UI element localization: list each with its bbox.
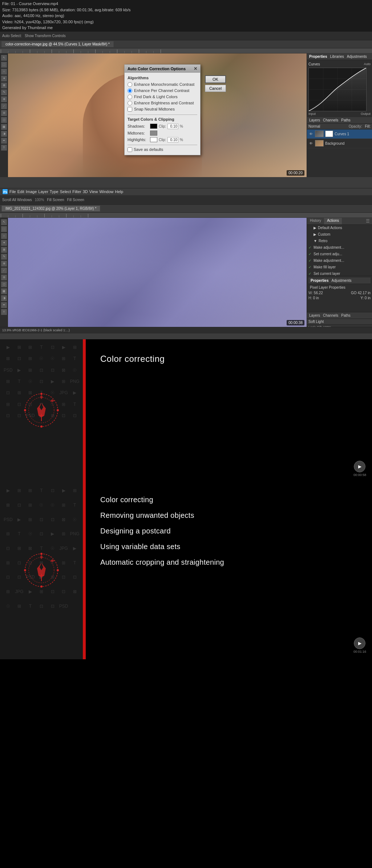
menu-image[interactable]: Image <box>26 189 37 194</box>
adjustments-tab[interactable]: Adjustments <box>347 55 367 59</box>
algorithm-dark-light[interactable]: Find Dark & Light Colors <box>128 95 197 99</box>
snap-midtones-check[interactable] <box>128 107 132 112</box>
action-default-actions[interactable]: ▶ Default Actions <box>307 225 372 231</box>
properties-lower-tab[interactable]: Properties <box>311 279 328 283</box>
layer-curves1[interactable]: 👁 Curves 1 <box>307 129 372 139</box>
actions-tab[interactable]: Actions <box>324 218 342 224</box>
curves-canvas[interactable] <box>308 68 367 111</box>
menu-view[interactable]: View <box>89 189 98 194</box>
video-item-3[interactable]: Designing a postcard <box>100 527 357 535</box>
magic-wand-icon[interactable]: ✦ <box>1 76 7 81</box>
menu-select[interactable]: Select <box>60 189 71 194</box>
gradient-tool-icon[interactable]: ▦ <box>1 124 7 130</box>
menu-filter[interactable]: Filter <box>72 189 81 194</box>
dialog-cancel-button[interactable]: Cancel <box>205 85 226 92</box>
history-tab[interactable]: History <box>307 218 324 224</box>
algorithm-per-channel[interactable]: Enhance Per Channel Contrast <box>128 88 197 93</box>
move-tool-icon[interactable]: ↖ <box>1 55 7 61</box>
type-tool-icon-l[interactable]: T <box>1 309 7 315</box>
eraser-tool-icon[interactable]: ◻ <box>1 117 7 123</box>
brush-tool-icon-l[interactable]: ∕ <box>1 268 7 273</box>
crop-tool-icon[interactable]: ⊠ <box>1 83 7 88</box>
algorithm-brightness[interactable]: Enhance Brightness and Contrast <box>128 101 197 105</box>
menu-window[interactable]: Window <box>99 189 113 194</box>
action-make-adj2[interactable]: ✓ Make adjustment... <box>307 257 372 264</box>
action-set-curr1[interactable]: ✓ Set current adju... <box>307 251 372 257</box>
play-button-2[interactable]: ▶ <box>354 637 365 649</box>
menu-edit[interactable]: Edit <box>17 189 24 194</box>
magic-wand-icon-l[interactable]: ✦ <box>1 240 7 246</box>
paths-tab[interactable]: Paths <box>341 118 351 122</box>
save-defaults-row[interactable]: Save as defaults <box>128 147 197 152</box>
video-item-1[interactable]: Color correcting <box>100 496 357 504</box>
dialog-close-button[interactable]: ✕ <box>194 66 197 71</box>
paths-lower-tab[interactable]: Paths <box>341 313 351 317</box>
action-make-fill1[interactable]: ✓ Make fill layer <box>307 264 372 271</box>
dodge-tool-icon[interactable]: ◑ <box>1 131 7 137</box>
clone-stamp-icon[interactable]: ⊜ <box>1 110 7 116</box>
play-button-1[interactable]: ▶ <box>354 461 365 472</box>
actions-menu-icon[interactable]: ☰ <box>364 218 372 224</box>
highlights-clip-input[interactable] <box>167 137 178 143</box>
channels-tab[interactable]: Channels <box>323 118 338 122</box>
shadows-swatch[interactable] <box>150 124 157 129</box>
libraries-tab[interactable]: Libraries <box>330 55 344 59</box>
fill-screen-btn1[interactable]: Fill Screen <box>47 198 64 202</box>
action-set-layer[interactable]: ✓ Set current layer <box>307 271 372 276</box>
channels-lower-tab[interactable]: Channels <box>323 313 338 317</box>
lasso-tool-icon[interactable]: ○ <box>1 69 7 75</box>
menu-3d[interactable]: 3D <box>83 189 88 194</box>
eyedropper-icon-l[interactable]: ✎ <box>1 254 7 260</box>
fill-screen-btn2[interactable]: Fill Screen <box>67 198 84 202</box>
algorithm-dark-light-radio[interactable] <box>128 95 132 99</box>
eraser-tool-icon-l[interactable]: ◻ <box>1 281 7 287</box>
opacity-value[interactable]: Fill: <box>365 124 371 128</box>
action-custom[interactable]: ▶ Custom <box>307 231 372 238</box>
layers-tab[interactable]: Layers <box>309 118 320 122</box>
menu-type[interactable]: Type <box>50 189 58 194</box>
midtones-swatch[interactable] <box>150 131 157 136</box>
heal-brush-icon-l[interactable]: ⊕ <box>1 261 7 267</box>
clone-stamp-icon-l[interactable]: ⊜ <box>1 275 7 280</box>
layer-eye-curves1[interactable]: 👁 <box>308 131 314 136</box>
adjustments-lower-tab[interactable]: Adjustments <box>331 279 351 283</box>
pen-tool-icon-l[interactable]: ✒ <box>1 302 7 308</box>
gradient-tool-icon-l[interactable]: ▦ <box>1 288 7 294</box>
save-defaults-check[interactable] <box>128 147 132 152</box>
lasso-tool-icon-l[interactable]: ○ <box>1 233 7 239</box>
pen-tool-icon[interactable]: ✒ <box>1 138 7 144</box>
dialog-ok-button[interactable]: OK <box>205 75 226 83</box>
brush-tool-icon[interactable]: ∕ <box>1 103 7 109</box>
video-item-4[interactable]: Using variable data sets <box>100 543 357 551</box>
layer-background[interactable]: 👁 Background <box>307 139 372 148</box>
algorithm-monochromatic[interactable]: Enhance Monochromatic Contrast <box>128 82 197 87</box>
action-retro[interactable]: ▼ Retro <box>307 238 372 244</box>
play-badge-2[interactable]: ▶ 00:01:16 <box>353 637 366 653</box>
blend-mode-soft-light[interactable]: Soft Light <box>307 319 372 325</box>
play-badge-1[interactable]: ▶ 00:00:58 <box>353 461 366 477</box>
layers-lower-tab[interactable]: Layers <box>309 313 320 317</box>
ps-tab-upper-active[interactable]: color-correction-image.jpg @ 44.5% (Curv… <box>1 41 114 47</box>
blend-mode-normal[interactable]: Normal <box>308 124 320 128</box>
video-item-5[interactable]: Automatic cropping and straightening <box>100 558 357 567</box>
video-item-2[interactable]: Removing unwanted objects <box>100 511 357 520</box>
heal-brush-icon[interactable]: ⊕ <box>1 96 7 102</box>
menu-layer[interactable]: Layer <box>38 189 48 194</box>
selection-tool-icon[interactable]: ⬚ <box>1 62 7 68</box>
type-tool-icon[interactable]: T <box>1 145 7 151</box>
layer-eye-bg[interactable]: 👁 <box>308 141 314 146</box>
shadows-clip-input[interactable] <box>167 124 178 129</box>
selection-tool-icon-l[interactable]: ⬚ <box>1 226 7 232</box>
dodge-tool-icon-l[interactable]: ◑ <box>1 295 7 301</box>
menu-help[interactable]: Help <box>115 189 124 194</box>
action-make-adj1[interactable]: ✓ Make adjustment... <box>307 244 372 251</box>
ps-tab-lower-active[interactable]: IMG_20170221_124302.jpg @ 20% (Layer 1, … <box>1 205 100 212</box>
crop-tool-icon-l[interactable]: ⊠ <box>1 247 7 253</box>
move-tool-icon-l[interactable]: ↖ <box>1 219 7 225</box>
eyedropper-icon[interactable]: ✎ <box>1 89 7 95</box>
properties-tab[interactable]: Properties <box>309 55 327 59</box>
highlights-swatch[interactable] <box>150 137 157 142</box>
algorithm-brightness-radio[interactable] <box>128 101 132 105</box>
menu-file[interactable]: File <box>9 189 16 194</box>
algorithm-snap-midtones[interactable]: Snap Neutral Midtones <box>128 107 197 112</box>
